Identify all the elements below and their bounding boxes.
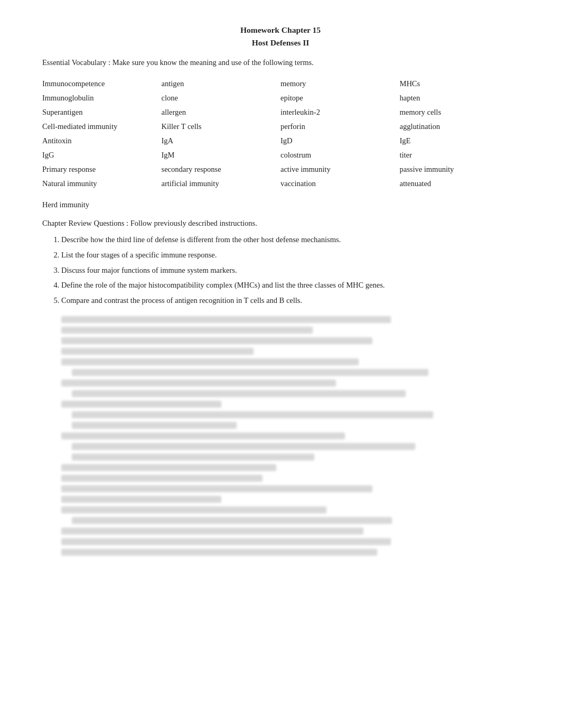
- blurred-line: [72, 422, 237, 429]
- blurred-line: [61, 380, 336, 386]
- vocab-table: ImmunocompetenceantigenmemoryMHCsImmunog…: [42, 77, 519, 191]
- blurred-line: [72, 390, 406, 397]
- blurred-line: [72, 369, 428, 376]
- blurred-line: [61, 358, 359, 365]
- blurred-line: [61, 464, 276, 471]
- blurred-line: [61, 432, 345, 439]
- vocab-cell: Immunoglobulin: [42, 91, 162, 105]
- vocab-cell: agglutination: [400, 119, 519, 134]
- herd-immunity: Herd immunity: [42, 200, 519, 209]
- page-subtitle: Host Defenses II: [42, 38, 519, 48]
- vocab-cell: Superantigen: [42, 105, 162, 119]
- vocab-cell: secondary response: [162, 162, 281, 177]
- vocab-cell: IgD: [280, 134, 400, 148]
- vocab-cell: memory: [280, 77, 400, 91]
- vocab-cell: active immunity: [280, 162, 400, 177]
- vocab-cell: Cell-mediated immunity: [42, 119, 162, 134]
- vocab-cell: titer: [400, 148, 519, 162]
- vocab-cell: Antitoxin: [42, 134, 162, 148]
- blurred-line: [61, 348, 254, 355]
- vocab-cell: Killer T cells: [162, 119, 281, 134]
- vocab-cell: IgA: [162, 134, 281, 148]
- vocab-cell: memory cells: [400, 105, 519, 119]
- blurred-section: [61, 316, 519, 556]
- questions-list: Describe how the third line of defense i…: [61, 234, 519, 307]
- blurred-line: [61, 528, 363, 535]
- blurred-line: [72, 454, 314, 460]
- vocab-cell: clone: [162, 91, 281, 105]
- blurred-line: [61, 316, 391, 323]
- question-item: Discuss four major functions of immune s…: [61, 265, 519, 277]
- vocab-cell: artificial immunity: [162, 177, 281, 191]
- vocab-cell: vaccination: [280, 177, 400, 191]
- page-title: Homework Chapter 15: [42, 25, 519, 35]
- question-item: List the four stages of a specific immun…: [61, 250, 519, 261]
- vocab-cell: Immunocompetence: [42, 77, 162, 91]
- blurred-line: [61, 538, 391, 545]
- vocab-cell: Primary response: [42, 162, 162, 177]
- vocab-cell: allergen: [162, 105, 281, 119]
- vocab-cell: MHCs: [400, 77, 519, 91]
- vocab-cell: epitope: [280, 91, 400, 105]
- blurred-line: [61, 327, 313, 334]
- vocab-cell: Natural immunity: [42, 177, 162, 191]
- question-item: Describe how the third line of defense i…: [61, 234, 519, 246]
- blurred-line: [61, 401, 221, 408]
- vocab-cell: interleukin-2: [280, 105, 400, 119]
- vocab-cell: IgG: [42, 148, 162, 162]
- blurred-line: [61, 475, 263, 482]
- question-item: Define the role of the major histocompat…: [61, 280, 519, 291]
- vocab-cell: IgM: [162, 148, 281, 162]
- blurred-line: [72, 443, 415, 450]
- vocab-cell: IgE: [400, 134, 519, 148]
- blurred-line: [61, 485, 372, 492]
- vocab-cell: colostrum: [280, 148, 400, 162]
- blurred-line: [72, 411, 433, 418]
- vocab-cell: attenuated: [400, 177, 519, 191]
- intro-text: Essential Vocabulary : Make sure you kno…: [42, 58, 519, 67]
- blurred-line: [61, 506, 326, 513]
- question-item: Compare and contrast the process of anti…: [61, 295, 519, 307]
- vocab-cell: hapten: [400, 91, 519, 105]
- chapter-review-intro: Chapter Review Questions : Follow previo…: [42, 219, 519, 228]
- vocab-cell: perforin: [280, 119, 400, 134]
- blurred-line: [72, 517, 392, 524]
- vocab-cell: passive immunity: [400, 162, 519, 177]
- blurred-line: [61, 337, 372, 344]
- blurred-line: [61, 496, 221, 503]
- blurred-line: [61, 549, 377, 556]
- vocab-cell: antigen: [162, 77, 281, 91]
